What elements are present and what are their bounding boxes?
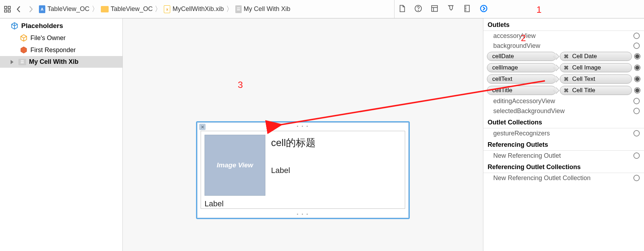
- file-inspector-icon[interactable]: [398, 5, 406, 14]
- breadcrumb-separator: 〉: [154, 4, 162, 14]
- connection-circle-icon[interactable]: [633, 98, 640, 104]
- cube-outline-icon: [20, 34, 28, 42]
- connection-circle-icon[interactable]: [633, 108, 640, 114]
- disconnect-icon[interactable]: ✖: [564, 76, 569, 83]
- disconnect-icon[interactable]: ✖: [564, 64, 569, 72]
- main-area: Placeholders File's Owner First Responde…: [0, 18, 644, 251]
- breadcrumb-file-label: MyCellWithXib.xib: [172, 5, 224, 13]
- outlet-name: cellDate: [492, 53, 514, 60]
- outlet-name: backgroundView: [488, 42, 540, 50]
- outlet-selectedbackgroundview[interactable]: selectedBackgroundView: [483, 106, 644, 116]
- connection-circle-filled-icon[interactable]: [634, 53, 640, 60]
- svg-point-5: [418, 10, 418, 10]
- nav-forward-button[interactable]: [25, 4, 37, 15]
- connection-circle-icon[interactable]: [633, 33, 640, 39]
- image-view[interactable]: Image View: [205, 135, 265, 196]
- connection-circle-filled-icon[interactable]: [634, 76, 640, 82]
- outlet-name: selectedBackgroundView: [488, 107, 565, 115]
- outlet-source-pill: cellTitle: [487, 86, 556, 95]
- outlet-name: New Referencing Outlet Collection: [488, 174, 591, 182]
- root-object-label: My Cell With Xib: [29, 58, 79, 66]
- connection-circle-filled-icon[interactable]: [634, 87, 640, 94]
- document-outline: Placeholders File's Owner First Responde…: [0, 18, 123, 251]
- outlet-name: cellText: [492, 76, 512, 83]
- outlet-name: cellTitle: [492, 87, 512, 94]
- outlet-accessoryview[interactable]: accessoryView: [483, 31, 644, 41]
- outlet-celltext[interactable]: cellText ✖Cell Text: [483, 73, 644, 85]
- outlet-cellimage[interactable]: cellImage ✖Cell Image: [483, 62, 644, 73]
- content-view[interactable]: Image View cell的标题 Label Label: [201, 131, 405, 209]
- canvas[interactable]: ✕ • • • Image View cell的标题 Label Label •…: [123, 18, 483, 251]
- breadcrumb-folder-label: TableView_OC: [111, 5, 153, 13]
- cell-icon: ☰: [235, 5, 242, 13]
- project-icon: A: [39, 5, 45, 13]
- breadcrumb-object-label: My Cell With Xib: [244, 5, 291, 13]
- folder-icon: [101, 6, 109, 12]
- cell-header: ✕ • • •: [197, 122, 409, 131]
- cell-date-label[interactable]: Label: [205, 199, 224, 208]
- top-toolbar: A TableView_OC 〉 TableView_OC 〉 x MyCell…: [0, 0, 644, 18]
- inspector-tabs: [395, 0, 491, 18]
- connection-circle-filled-icon[interactable]: [634, 65, 640, 71]
- connection-circle-icon[interactable]: [633, 43, 640, 49]
- outlet-target: Cell Text: [572, 76, 595, 83]
- disconnect-icon[interactable]: ✖: [564, 53, 569, 60]
- outlet-target: Cell Title: [572, 87, 595, 94]
- svg-point-13: [481, 5, 487, 12]
- size-inspector-icon[interactable]: [463, 5, 471, 14]
- nav-back-button[interactable]: [13, 4, 25, 15]
- breadcrumb-separator: 〉: [91, 4, 99, 14]
- new-referencing-outlet-collection[interactable]: New Referencing Outlet Collection: [483, 173, 644, 183]
- outlet-gesturerecognizers[interactable]: gestureRecognizers: [483, 128, 644, 138]
- svg-rect-1: [8, 6, 10, 8]
- outlet-editingaccessoryview[interactable]: editingAccessoryView: [483, 96, 644, 106]
- new-referencing-outlet[interactable]: New Referencing Outlet: [483, 151, 644, 161]
- outlet-celltitle[interactable]: cellTitle ✖Cell Title: [483, 85, 644, 96]
- related-items-icon[interactable]: [2, 4, 13, 15]
- close-icon[interactable]: ✕: [199, 124, 206, 130]
- connections-inspector-icon[interactable]: [479, 4, 488, 14]
- first-responder-item[interactable]: First Responder: [0, 44, 122, 56]
- drag-dots-icon: • • •: [297, 124, 309, 129]
- outlet-celldate[interactable]: cellDate ✖Cell Date: [483, 51, 644, 62]
- identity-inspector-icon[interactable]: [431, 5, 438, 14]
- drag-dots-icon: • • •: [297, 212, 309, 217]
- svg-rect-2: [5, 10, 7, 12]
- outlet-source-pill: cellImage: [487, 63, 556, 72]
- outlet-target-pill: ✖Cell Text: [560, 74, 632, 84]
- cell-title-label[interactable]: cell的标题: [271, 136, 316, 150]
- breadcrumb-file[interactable]: x MyCellWithXib.xib: [164, 5, 224, 13]
- outlet-name: accessoryView: [488, 32, 536, 40]
- chevron-right-icon: [11, 60, 16, 64]
- breadcrumb-project-label: TableView_OC: [47, 5, 90, 13]
- table-cell-view[interactable]: ✕ • • • Image View cell的标题 Label Label •…: [196, 121, 410, 219]
- outlet-name: cellImage: [492, 64, 518, 71]
- annotation-3: 3: [238, 79, 243, 90]
- attributes-inspector-icon[interactable]: [447, 5, 455, 14]
- outlet-backgroundview[interactable]: backgroundView: [483, 41, 644, 51]
- root-object-item[interactable]: ☰ My Cell With Xib: [0, 56, 122, 68]
- first-responder-label: First Responder: [30, 46, 76, 54]
- outlet-name: New Referencing Outlet: [488, 152, 561, 160]
- connection-circle-icon[interactable]: [633, 130, 640, 136]
- breadcrumb-folder[interactable]: TableView_OC: [101, 5, 153, 13]
- annotation-1: 1: [536, 4, 541, 15]
- connection-circle-icon[interactable]: [633, 152, 640, 159]
- breadcrumb: A TableView_OC 〉 TableView_OC 〉 x MyCell…: [37, 4, 291, 14]
- toolbar-left: A TableView_OC 〉 TableView_OC 〉 x MyCell…: [0, 0, 395, 18]
- connection-circle-icon[interactable]: [633, 175, 640, 181]
- referencing-outlets-section-title: Referencing Outlets: [483, 138, 644, 151]
- cell-text-label[interactable]: Label: [271, 166, 290, 175]
- cube-icon: [11, 22, 18, 30]
- breadcrumb-separator: 〉: [225, 4, 234, 14]
- placeholders-header[interactable]: Placeholders: [0, 18, 122, 32]
- cell-icon: ☰: [18, 59, 26, 65]
- outlet-target: Cell Image: [572, 64, 601, 71]
- help-inspector-icon[interactable]: [414, 5, 422, 14]
- outlet-name: gestureRecognizers: [488, 130, 550, 137]
- files-owner-item[interactable]: File's Owner: [0, 32, 122, 44]
- svg-rect-0: [5, 6, 7, 8]
- disconnect-icon[interactable]: ✖: [564, 87, 569, 94]
- breadcrumb-project[interactable]: A TableView_OC: [39, 5, 90, 13]
- breadcrumb-object[interactable]: ☰ My Cell With Xib: [235, 5, 291, 13]
